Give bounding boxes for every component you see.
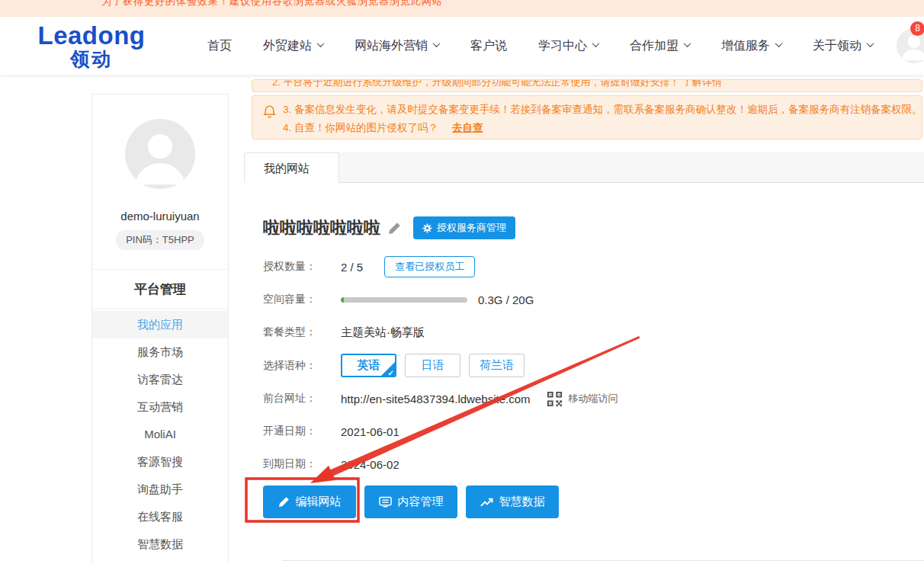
sidebar-item-inquiry-assistant[interactable]: 询盘助手 xyxy=(92,476,228,503)
sidebar-item-service-market[interactable]: 服务市场 xyxy=(92,338,228,366)
nav-label: 首页 xyxy=(207,38,232,54)
mobile-access-label: 移动端访问 xyxy=(569,392,618,405)
nav-label: 合作加盟 xyxy=(630,38,679,54)
row-label: 授权数量： xyxy=(263,260,327,274)
bell-icon xyxy=(263,104,276,122)
notice-banner-clipped: 2. 平台将于近期进行系统升级维护，升级期间部分功能可能无法正常使用，请提前做好… xyxy=(252,79,922,92)
nav-item-home[interactable]: 首页 xyxy=(207,38,232,54)
site-title-row: 啦啦啦啦啦啦啦 授权服务商管理 xyxy=(263,216,924,239)
language-option-japanese[interactable]: 日语 xyxy=(405,354,460,377)
header: Leadong 领动 首页 外贸建站 网站海外营销 客户说 学习中心 合作加盟 … xyxy=(0,17,924,75)
leadong-logo[interactable]: Leadong 领动 xyxy=(34,23,149,69)
language-label: 英语 xyxy=(358,358,380,373)
trend-up-icon xyxy=(480,497,493,508)
nav-item-site-building[interactable]: 外贸建站 xyxy=(263,38,323,54)
edit-website-button[interactable]: 编辑网站 xyxy=(263,485,356,518)
sidebar-item-moliai[interactable]: MoliAI xyxy=(92,421,228,448)
view-authorized-staff-button[interactable]: 查看已授权员工 xyxy=(384,256,475,277)
site-url[interactable]: http://en-site54837394.ldwebsite.com xyxy=(341,393,531,405)
chevron-down-icon xyxy=(592,40,600,47)
package-value: 主题美站·畅享版 xyxy=(341,325,425,340)
gear-icon xyxy=(422,223,432,233)
chevron-down-icon xyxy=(433,40,441,47)
action-label: 内容管理 xyxy=(398,495,444,509)
open-date-row: 开通日期： 2021-06-01 xyxy=(263,420,924,443)
promo-banner-text: 为了获得更好的体验效果！建议使用谷歌浏览器或火狐浏览器浏览此网站 xyxy=(101,0,443,8)
section-divider xyxy=(282,560,924,561)
notice-banner: 3. 备案信息发生变化，请及时提交备案变更手续！若接到备案审查通知，需联系备案服… xyxy=(252,95,922,139)
main-content: 2. 平台将于近期进行系统升级维护，升级期间部分功能可能无法正常使用，请提前做好… xyxy=(244,79,924,561)
nav-label: 关于领动 xyxy=(813,38,861,54)
package-row: 套餐类型： 主题美站·畅享版 xyxy=(263,321,924,344)
notice-text: 4. 自查！你网站的图片侵权了吗？ xyxy=(283,122,438,133)
auth-count-value: 2 / 5 xyxy=(341,261,363,274)
logo-text-en: Leadong xyxy=(34,23,149,49)
action-label: 编辑网站 xyxy=(296,495,342,509)
notice-clipped-text: 2. 平台将于近期进行系统升级维护，升级期间部分功能可能无法正常使用，请提前做好… xyxy=(272,79,722,89)
content-manage-button[interactable]: 内容管理 xyxy=(364,485,457,518)
qr-code-icon xyxy=(546,390,563,408)
check-icon: ✓ xyxy=(388,369,394,377)
main-nav: 首页 外贸建站 网站海外营销 客户说 学习中心 合作加盟 增值服务 关于领动 xyxy=(207,17,873,75)
notice-line-3: 3. 备案信息发生变化，请及时提交备案变更手续！若接到备案审查通知，需联系备案服… xyxy=(283,101,911,119)
pin-code: PIN码：T5HPP xyxy=(116,230,204,250)
language-options: 英语 ✓ 日语 荷兰语 xyxy=(341,354,525,377)
sidebar-item-online-service[interactable]: 在线客服 xyxy=(92,503,228,530)
nav-item-learning-center[interactable]: 学习中心 xyxy=(538,38,598,54)
sidebar: demo-luruiyuan PIN码：T5HPP 平台管理 我的应用 服务市场… xyxy=(91,94,229,564)
sidebar-item-my-apps[interactable]: 我的应用 xyxy=(92,311,228,338)
provider-manage-label: 授权服务商管理 xyxy=(437,221,506,235)
sidebar-section-title: 平台管理 xyxy=(92,269,228,309)
language-option-english[interactable]: 英语 ✓ xyxy=(341,354,396,377)
nav-item-partnership[interactable]: 合作加盟 xyxy=(630,38,690,54)
site-info-rows: 授权数量： 2 / 5 查看已授权员工 空间容量： 0.3G / 20G 套餐类… xyxy=(263,255,924,476)
notice-text: 3. 备案信息发生变化，请及时提交备案变更手续！若接到备案审查通知，需联系备案服… xyxy=(283,104,922,115)
auth-count-row: 授权数量： 2 / 5 查看已授权员工 xyxy=(263,255,924,278)
chevron-down-icon xyxy=(867,40,874,47)
website-panel: 啦啦啦啦啦啦啦 授权服务商管理 授权数量： 2 / 5 查看已授权员工 xyxy=(244,216,924,561)
page: 为了获得更好的体验效果！建议使用谷歌浏览器或火狐浏览器浏览此网站 Leadong… xyxy=(0,0,924,564)
sidebar-item-visitor-radar[interactable]: 访客雷达 xyxy=(92,366,228,393)
tab-my-website[interactable]: 我的网站 xyxy=(244,152,339,183)
row-label: 选择语种： xyxy=(263,359,327,373)
provider-manage-button[interactable]: 授权服务商管理 xyxy=(413,216,515,239)
username: demo-luruiyuan xyxy=(92,210,228,223)
person-icon xyxy=(125,119,195,189)
edit-title-icon[interactable] xyxy=(388,222,401,235)
nav-item-testimonials[interactable]: 客户说 xyxy=(470,38,507,54)
notification-badge[interactable]: 8 xyxy=(910,21,924,36)
notice-link-self-check[interactable]: 去自查 xyxy=(452,122,483,133)
language-label: 日语 xyxy=(422,358,444,373)
nav-label: 学习中心 xyxy=(538,38,587,54)
storage-row: 空间容量： 0.3G / 20G xyxy=(263,288,924,311)
mobile-access[interactable]: 移动端访问 xyxy=(546,390,618,408)
row-label: 到期日期： xyxy=(263,457,327,471)
sidebar-item-customer-search[interactable]: 客源智搜 xyxy=(92,448,228,476)
action-label: 智慧数据 xyxy=(499,495,545,509)
nav-item-about[interactable]: 关于领动 xyxy=(813,38,873,54)
logo-text-cn: 领动 xyxy=(34,49,149,69)
language-label: 荷兰语 xyxy=(480,358,514,373)
row-label: 前台网址： xyxy=(263,392,327,405)
language-option-dutch[interactable]: 荷兰语 xyxy=(469,354,525,377)
smart-data-button[interactable]: 智慧数据 xyxy=(466,485,559,518)
nav-item-value-added[interactable]: 增值服务 xyxy=(721,38,781,54)
tab-bar: 我的网站 xyxy=(244,152,924,183)
content-icon xyxy=(379,496,392,508)
sidebar-item-smart-data[interactable]: 智慧数据 xyxy=(92,530,228,558)
expire-date-value: 2024-06-02 xyxy=(341,458,399,471)
nav-label: 外贸建站 xyxy=(263,38,312,54)
sidebar-item-interactive-marketing[interactable]: 互动营销 xyxy=(92,393,228,421)
pencil-icon xyxy=(278,496,290,508)
storage-progress-fill xyxy=(341,297,344,303)
profile-avatar[interactable] xyxy=(125,119,195,189)
language-row: 选择语种： 英语 ✓ 日语 荷兰语 xyxy=(263,354,924,377)
site-title: 啦啦啦啦啦啦啦 xyxy=(263,216,380,239)
storage-progress-bar xyxy=(341,297,467,303)
nav-item-overseas-marketing[interactable]: 网站海外营销 xyxy=(355,38,439,54)
chevron-down-icon xyxy=(317,40,325,47)
open-date-value: 2021-06-01 xyxy=(341,425,399,438)
sidebar-menu: 我的应用 服务市场 访客雷达 互动营销 MoliAI 客源智搜 询盘助手 在线客… xyxy=(92,309,228,558)
nav-label: 客户说 xyxy=(470,38,507,54)
storage-value: 0.3G / 20G xyxy=(478,293,534,306)
